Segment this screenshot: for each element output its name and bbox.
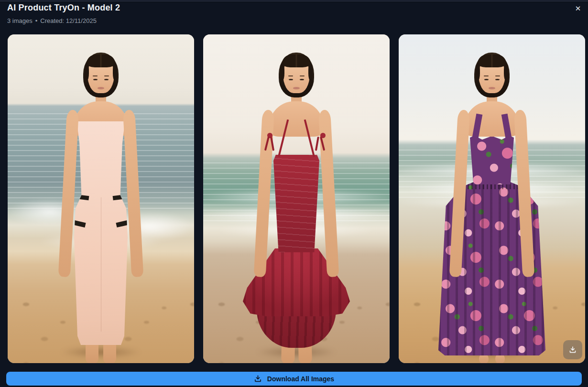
- model-brow: [300, 75, 305, 76]
- model-hairline: [282, 54, 311, 67]
- ground-shadow: [60, 346, 142, 358]
- model-lips: [489, 87, 495, 89]
- download-all-label: Download All Images: [267, 375, 334, 383]
- download-icon: [254, 375, 262, 383]
- generated-image-gallery: [8, 34, 588, 363]
- modal-header: AI Product TryOn - Model 2 3 images • Cr…: [0, 2, 588, 32]
- floral-dress-bodice: [470, 136, 514, 184]
- image-count: 3 images: [7, 17, 33, 24]
- model-eye: [93, 79, 98, 80]
- image-meta: 3 images • Created: 12/11/2025: [7, 17, 97, 24]
- download-image-button[interactable]: [563, 340, 582, 359]
- model-eye: [495, 79, 500, 80]
- model-brow: [93, 75, 98, 76]
- model-hairline: [478, 54, 506, 67]
- download-all-button[interactable]: Download All Images: [6, 372, 582, 386]
- model-lips: [98, 87, 104, 89]
- model-eye: [484, 79, 489, 80]
- model-hair-side: [280, 63, 284, 80]
- dress-seam: [101, 197, 101, 332]
- generated-image-2[interactable]: [203, 34, 390, 363]
- created-date: Created: 12/11/2025: [40, 17, 97, 24]
- model-hairline: [87, 54, 115, 67]
- page-title: AI Product TryOn - Model 2: [7, 3, 120, 13]
- model-brow: [484, 75, 489, 76]
- model-hair-side: [476, 63, 480, 80]
- red-dress-bodice: [273, 155, 319, 252]
- model-lips: [293, 87, 300, 89]
- download-icon: [568, 345, 577, 354]
- model-hair-side: [85, 63, 89, 80]
- model-eye: [104, 79, 109, 80]
- generated-image-3[interactable]: [399, 34, 585, 363]
- meta-separator-dot: •: [35, 17, 38, 24]
- model-brow: [495, 75, 500, 76]
- model-brow: [104, 75, 109, 76]
- generated-image-1[interactable]: [8, 34, 194, 363]
- model-brow: [288, 75, 293, 76]
- close-icon[interactable]: ✕: [572, 3, 584, 14]
- model-eye: [289, 79, 293, 80]
- model-hair-side: [113, 63, 117, 80]
- model-eye: [300, 79, 304, 80]
- model-hair-side: [504, 63, 508, 80]
- model-hair-side: [308, 63, 313, 80]
